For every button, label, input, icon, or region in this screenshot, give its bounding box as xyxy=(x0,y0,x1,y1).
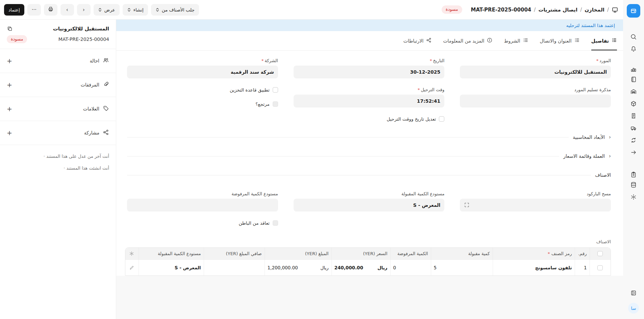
ledger-book-icon[interactable] xyxy=(627,74,640,84)
rejected-warehouse-input[interactable] xyxy=(127,199,278,212)
breadcrumb-purchase-receipt-link[interactable]: ايصال مشتريات xyxy=(538,7,577,13)
breadcrumb-doc-id[interactable]: MAT-PRE-2025-00004 xyxy=(471,7,531,13)
posting-date-input[interactable]: 30-12-2025 xyxy=(294,66,445,78)
supplier-field: المورد* المستقبل للالكترونيات xyxy=(460,58,611,78)
supplier-input[interactable]: المستقبل للالكترونيات xyxy=(460,66,611,78)
tab-connections[interactable]: الارتباطات xyxy=(403,31,432,50)
add-share-button[interactable]: + xyxy=(7,130,12,136)
view-button[interactable]: عرض xyxy=(94,4,120,16)
breadcrumb-warehouse-link[interactable]: المخازن xyxy=(585,7,604,13)
receipt-icon[interactable] xyxy=(627,111,640,121)
barcode-scan-icon xyxy=(464,202,470,209)
amount-value: 1,200,000.00 xyxy=(268,265,298,270)
desk-monitor-icon[interactable] xyxy=(612,6,618,13)
apply-putaway-rule-label: تطبيق قاعدة التخزين xyxy=(230,87,270,93)
row-warehouse-cell[interactable]: المعرض - S xyxy=(139,260,204,276)
chevron-updown-icon xyxy=(98,8,102,12)
sidebar-doc-id: MAT-PRE-2025-00004 xyxy=(58,36,109,42)
edit-posting-checkbox-row[interactable]: تعديل تاريخ ووقت الترحيل xyxy=(294,116,445,122)
section-items[interactable]: الاصناف xyxy=(127,172,611,178)
database-icon[interactable] xyxy=(627,180,640,190)
select-all-checkbox[interactable] xyxy=(597,251,603,256)
menu-ellipsis-button[interactable]: ··· xyxy=(27,4,41,16)
rate-value: 240,000.00 xyxy=(335,265,363,270)
section-accounting-dimensions[interactable]: ‹ الأبعاد المحاسبية xyxy=(127,134,611,140)
status-badge: مسودة xyxy=(442,5,462,14)
scan-barcode-label: مسح الباركود xyxy=(587,191,611,196)
section-currency-price-list[interactable]: ‹ العملة وقائمة الاسعار xyxy=(127,153,611,159)
supplier-delivery-note-input[interactable] xyxy=(460,95,611,107)
navbar-right-group: / المخازن / ايصال مشتريات / MAT-PRE-2025… xyxy=(442,5,618,14)
printer-icon xyxy=(48,6,54,14)
dashboard-chart-icon[interactable] xyxy=(627,64,640,74)
accepted-warehouse-input[interactable]: المعرض - S xyxy=(294,199,445,212)
breadcrumb: / المخازن / ايصال مشتريات / MAT-PRE-2025… xyxy=(471,6,619,13)
search-icon[interactable] xyxy=(627,32,640,42)
sidebar-tags-label: العلامات xyxy=(83,106,99,112)
user-avatar[interactable]: سا xyxy=(628,303,639,314)
row-rate-cell[interactable]: ريال240,000.00 xyxy=(331,260,390,276)
list-icon xyxy=(574,38,580,44)
idx-header: رقم. xyxy=(575,248,590,260)
arrow-right-icon[interactable] xyxy=(627,147,640,157)
recycle-subcontract-icon[interactable] xyxy=(627,135,640,145)
copy-icon[interactable] xyxy=(7,26,13,32)
row-select-checkbox[interactable] xyxy=(597,265,603,270)
select-all-header-cell xyxy=(590,248,611,260)
chevron-right-icon: › xyxy=(66,7,68,13)
next-document-button[interactable]: › xyxy=(60,4,74,16)
submit-button[interactable]: إعتماد xyxy=(4,4,24,16)
add-assignment-button[interactable]: + xyxy=(7,58,12,64)
company-input[interactable]: شركة سند الرقمية xyxy=(127,66,278,78)
settings-gear-icon[interactable] xyxy=(627,192,640,202)
table-settings-gear-icon[interactable] xyxy=(128,251,136,256)
is-return-checkbox xyxy=(273,101,278,107)
scan-barcode-input[interactable] xyxy=(460,199,611,212)
breadcrumb-separator: / xyxy=(607,7,609,13)
modified-by-note: أنت آخر من عدل على هذا المستند · xyxy=(7,154,109,159)
prev-document-button[interactable]: ‹ xyxy=(77,4,91,16)
app-logo-stock-icon[interactable] xyxy=(627,4,640,18)
add-tag-button[interactable]: + xyxy=(7,106,12,112)
tab-terms[interactable]: الشروط xyxy=(504,31,528,50)
fetch-items-from-button[interactable]: جلب الأصناف من xyxy=(151,4,199,16)
page-body: إعتمد هذا المستند لترحليه تفاصيل العنوان… xyxy=(0,20,623,319)
edit-row-pencil-icon[interactable] xyxy=(128,265,136,270)
items-table-row[interactable]: 1 تلفون سامسونج 5 0 ريال240,000.00 ريال1… xyxy=(125,260,611,276)
tab-address-contact[interactable]: العنوان والاتصال xyxy=(540,31,580,50)
row-item-code-cell[interactable]: تلفون سامسونج xyxy=(493,260,575,276)
apply-putaway-rule-checkbox-row[interactable]: تطبيق قاعدة التخزين xyxy=(127,87,278,93)
collapse-sidebar-icon[interactable] xyxy=(627,288,640,298)
net-amount-header: صافي المبلغ (YER) xyxy=(204,248,265,260)
tab-more-info[interactable]: المزيد من المعلومات xyxy=(443,31,492,50)
row-net-amount-cell[interactable] xyxy=(204,260,265,276)
truck-delivery-icon[interactable] xyxy=(627,123,640,133)
clipboard-icon[interactable] xyxy=(627,170,640,180)
rejected-warehouse-field: مستودع الكمية المرفوضة xyxy=(127,191,278,212)
ellipsis-icon: ··· xyxy=(32,7,36,13)
created-by-note: أنت انشئت هذا المستند · xyxy=(7,166,109,171)
warehouse-icon[interactable] xyxy=(627,87,640,97)
add-attachment-button[interactable]: + xyxy=(7,82,12,88)
sidebar-attachments-row: المرفقات + xyxy=(0,73,116,97)
sidebar-status-badge: مسودة xyxy=(7,35,27,43)
tab-details-label: تفاصيل xyxy=(591,38,609,44)
create-button[interactable]: إنشاء xyxy=(123,4,148,16)
posting-time-input[interactable]: 17:52:41 xyxy=(294,95,445,107)
notifications-bell-icon[interactable] xyxy=(627,44,640,54)
items-table: رقم. رمز الصنف * كمية مقبولة الكمية المر… xyxy=(125,247,611,276)
row-qty-cell[interactable]: 5 xyxy=(431,260,493,276)
edit-posting-checkbox[interactable] xyxy=(439,116,444,122)
section-divider-line xyxy=(127,156,559,156)
breadcrumb-separator: / xyxy=(534,7,536,13)
required-mark: * xyxy=(418,87,420,92)
row-rejected-qty-cell[interactable]: 0 xyxy=(390,260,431,276)
rejected-qty-header: الكمية المرفوضة xyxy=(390,248,431,260)
content-column: / المخازن / ايصال مشتريات / MAT-PRE-2025… xyxy=(0,0,623,319)
apply-putaway-rule-checkbox[interactable] xyxy=(273,87,278,93)
print-button[interactable] xyxy=(44,4,57,16)
row-amount-cell[interactable]: ريال1,200,000.00 xyxy=(265,260,331,276)
tab-details[interactable]: تفاصيل xyxy=(591,31,617,50)
package-box-icon[interactable] xyxy=(627,99,640,109)
required-mark: * xyxy=(262,58,264,63)
